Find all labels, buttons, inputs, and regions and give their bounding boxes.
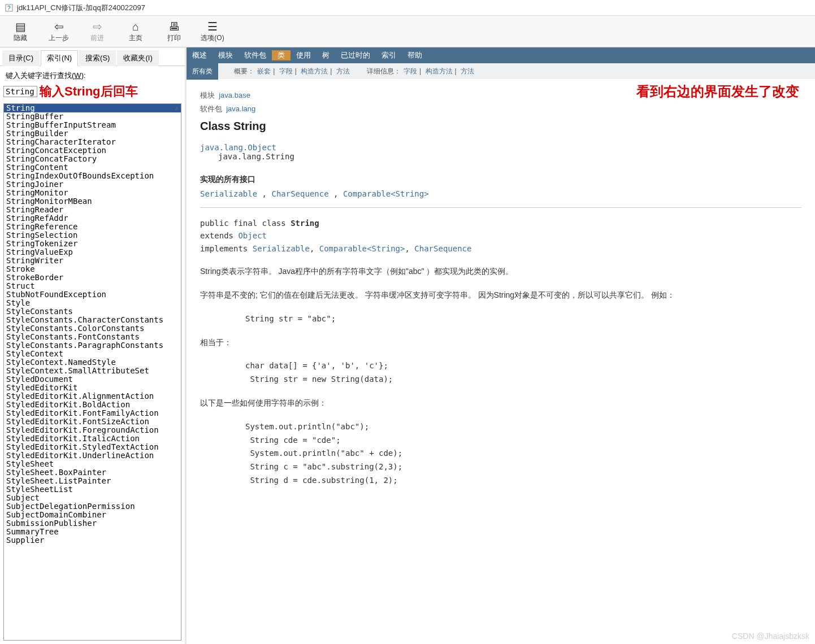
iface-charsequence[interactable]: CharSequence bbox=[271, 189, 328, 198]
list-item[interactable]: StringSelection bbox=[4, 231, 181, 240]
list-item[interactable]: StyleSheet.BoxPainter bbox=[4, 468, 181, 477]
summary-nested[interactable]: 嵌套 bbox=[257, 67, 271, 75]
list-item[interactable]: StyledEditorKit.UnderlineAction bbox=[4, 451, 181, 460]
list-item[interactable]: StyleConstants bbox=[4, 307, 181, 316]
list-item[interactable]: StringValueExp bbox=[4, 248, 181, 256]
list-item[interactable]: StyledEditorKit.BoldAction bbox=[4, 401, 181, 409]
tab-favorites[interactable]: 收藏夹(I) bbox=[117, 50, 158, 66]
scroll-arrow-icon[interactable]: ∧ bbox=[172, 105, 181, 111]
summary-constr[interactable]: 构造方法 bbox=[301, 67, 328, 75]
list-item[interactable]: StyledEditorKit.ItalicAction bbox=[4, 434, 181, 443]
window-title: jdk11API_CN修订版-加qq群240022097 bbox=[17, 3, 145, 13]
nav-class[interactable]: 类 bbox=[272, 50, 291, 60]
list-item[interactable]: StubNotFoundException bbox=[4, 290, 181, 299]
list-item[interactable]: StringMonitorMBean bbox=[4, 197, 181, 206]
detail-field[interactable]: 字段 bbox=[404, 67, 417, 75]
list-item[interactable]: StyleSheet.ListPainter bbox=[4, 477, 181, 485]
list-item[interactable]: StringWriter bbox=[4, 256, 181, 265]
summary-method[interactable]: 方法 bbox=[336, 67, 350, 75]
list-item[interactable]: StyledEditorKit.FontSizeAction bbox=[4, 417, 181, 426]
iface-serializable[interactable]: Serializable bbox=[200, 189, 257, 198]
watermark: CSDN @Jhaiajsbzksk bbox=[732, 632, 809, 641]
tab-contents[interactable]: 目录(C) bbox=[2, 50, 40, 66]
list-item[interactable]: StyledEditorKit bbox=[4, 384, 181, 392]
nav-package[interactable]: 软件包 bbox=[239, 50, 272, 60]
tab-index[interactable]: 索引(N) bbox=[41, 50, 78, 66]
all-classes-link[interactable]: 所有类 bbox=[187, 63, 218, 80]
doc-content[interactable]: 看到右边的界面发生了改变 模块 java.base 软件包 java.lang … bbox=[187, 79, 815, 644]
interfaces-list: Serializable , CharSequence , Comparable… bbox=[200, 189, 801, 198]
left-panel: 目录(C) 索引(N) 搜索(S) 收藏夹(I) 键入关键字进行查找(W): 输… bbox=[0, 47, 187, 644]
list-item[interactable]: StringBufferInputStream bbox=[4, 121, 181, 129]
package-link[interactable]: java.lang bbox=[226, 105, 255, 113]
list-item[interactable]: StyleConstants.FontConstants bbox=[4, 333, 181, 341]
list-item[interactable]: StyleConstants.ParagraphConstants bbox=[4, 341, 181, 350]
hier-object[interactable]: java.lang.Object bbox=[200, 143, 276, 152]
list-item[interactable]: StringReference bbox=[4, 223, 181, 231]
annotation-left: 输入String后回车 bbox=[40, 83, 138, 100]
list-item[interactable]: StyleConstants.CharacterConstants bbox=[4, 316, 181, 324]
summary-field[interactable]: 字段 bbox=[279, 67, 293, 75]
hide-icon: ▤ bbox=[15, 20, 26, 33]
list-item[interactable]: StringMonitor bbox=[4, 189, 181, 197]
detail-constr[interactable]: 构造方法 bbox=[426, 67, 453, 75]
options-button[interactable]: ☰选项(O) bbox=[197, 20, 228, 43]
tab-search[interactable]: 搜索(S) bbox=[79, 50, 116, 66]
list-item[interactable]: StrokeBorder bbox=[4, 273, 181, 282]
list-item[interactable]: StringConcatFactory bbox=[4, 155, 181, 163]
list-item[interactable]: StringTokenizer bbox=[4, 240, 181, 248]
iface-comparable[interactable]: Comparable<String> bbox=[343, 189, 429, 198]
search-input[interactable] bbox=[3, 86, 37, 97]
list-item[interactable]: Stroke bbox=[4, 265, 181, 273]
list-item[interactable]: StyleContext bbox=[4, 350, 181, 358]
list-item[interactable]: StyledDocument bbox=[4, 375, 181, 384]
print-button[interactable]: 🖶打印 bbox=[158, 20, 190, 43]
nav-overview[interactable]: 概述 bbox=[187, 50, 213, 60]
list-item[interactable]: SummaryTree bbox=[4, 528, 181, 536]
list-item[interactable]: StyledEditorKit.ForegroundAction bbox=[4, 426, 181, 434]
list-item[interactable]: StringContent bbox=[4, 163, 181, 172]
list-item[interactable]: StyleContext.SmallAttributeSet bbox=[4, 367, 181, 375]
paragraph-2: 字符串是不变的; 它们的值在创建后无法更改。 字符串缓冲区支持可变字符串。 因为… bbox=[200, 289, 801, 302]
list-item[interactable]: Supplier bbox=[4, 536, 181, 545]
nav-index[interactable]: 索引 bbox=[376, 50, 402, 60]
nav-use[interactable]: 使用 bbox=[291, 50, 317, 60]
search-row: 输入String后回车 bbox=[0, 83, 185, 100]
list-item[interactable]: StyledEditorKit.StyledTextAction bbox=[4, 443, 181, 451]
doc-nav: 概述 模块 软件包 类 使用 树 已过时的 索引 帮助 bbox=[187, 47, 815, 63]
list-item[interactable]: StringCharacterIterator bbox=[4, 138, 181, 146]
back-button[interactable]: ⇦上一步 bbox=[43, 20, 75, 43]
list-item[interactable]: String bbox=[4, 104, 181, 112]
implemented-title: 实现的所有接口 bbox=[200, 175, 801, 185]
list-item[interactable]: StyleSheetList bbox=[4, 485, 181, 494]
hide-button[interactable]: ▤隐藏 bbox=[5, 20, 36, 43]
index-list-container[interactable]: ∧ StringStringBufferStringBufferInputStr… bbox=[3, 103, 181, 641]
list-item[interactable]: StringConcatException bbox=[4, 146, 181, 155]
list-item[interactable]: StyleConstants.ColorConstants bbox=[4, 324, 181, 333]
list-item[interactable]: Style bbox=[4, 299, 181, 307]
list-item[interactable]: SubjectDomainCombiner bbox=[4, 511, 181, 519]
nav-deprecated[interactable]: 已过时的 bbox=[335, 50, 376, 60]
nav-module[interactable]: 模块 bbox=[213, 50, 239, 60]
nav-help[interactable]: 帮助 bbox=[402, 50, 428, 60]
list-item[interactable]: StyledEditorKit.AlignmentAction bbox=[4, 392, 181, 401]
list-item[interactable]: StyledEditorKit.FontFamilyAction bbox=[4, 409, 181, 417]
list-item[interactable]: SubmissionPublisher bbox=[4, 519, 181, 528]
list-item[interactable]: StringJoiner bbox=[4, 180, 181, 189]
module-link[interactable]: java.base bbox=[219, 91, 250, 99]
list-item[interactable]: Subject bbox=[4, 494, 181, 502]
list-item[interactable]: StringReader bbox=[4, 206, 181, 214]
extends-link[interactable]: Object bbox=[238, 231, 267, 240]
detail-method[interactable]: 方法 bbox=[461, 67, 474, 75]
home-icon: ⌂ bbox=[132, 20, 139, 33]
nav-tree[interactable]: 树 bbox=[317, 50, 335, 60]
list-item[interactable]: StyleSheet bbox=[4, 460, 181, 468]
home-button[interactable]: ⌂主页 bbox=[120, 20, 151, 43]
list-item[interactable]: StringBuilder bbox=[4, 129, 181, 138]
list-item[interactable]: StringIndexOutOfBoundsException bbox=[4, 172, 181, 180]
list-item[interactable]: StyleContext.NamedStyle bbox=[4, 358, 181, 367]
list-item[interactable]: StringBuffer bbox=[4, 112, 181, 121]
list-item[interactable]: SubjectDelegationPermission bbox=[4, 502, 181, 511]
list-item[interactable]: StringRefAddr bbox=[4, 214, 181, 223]
list-item[interactable]: Struct bbox=[4, 282, 181, 290]
